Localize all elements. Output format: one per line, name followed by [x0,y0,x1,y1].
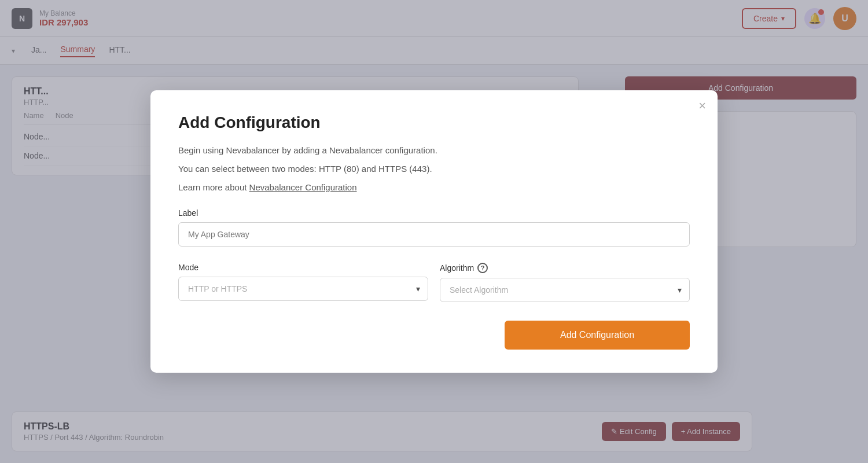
algorithm-help-icon[interactable]: ? [477,263,488,273]
nevabalancer-config-link[interactable]: Nevabalancer Configuration [249,182,357,192]
modal-close-button[interactable]: × [698,100,706,112]
modal-description-2: You can select between two modes: HTTP (… [178,162,690,176]
form-row-mode-algo: Mode HTTP or HTTPS HTTP (80) HTTPS (443)… [178,249,690,302]
modal-submit-button[interactable]: Add Configuration [505,321,690,350]
algorithm-label-text: Algorithm [440,263,474,273]
modal-desc-prefix: Learn more about [178,182,249,192]
modal-title: Add Configuration [178,113,690,132]
mode-col: Mode HTTP or HTTPS HTTP (80) HTTPS (443)… [178,249,428,302]
mode-select-wrapper: HTTP or HTTPS HTTP (80) HTTPS (443) ▾ [178,277,428,301]
label-input[interactable] [178,222,690,247]
add-configuration-modal: × Add Configuration Begin using Nevabala… [150,90,718,373]
algorithm-select-wrapper: Select Algorithm Roundrobin Leastconn So… [440,278,690,302]
modal-submit-row: Add Configuration [178,321,690,350]
algorithm-col: Algorithm ? Select Algorithm Roundrobin … [440,249,690,302]
label-field-label: Label [178,208,690,218]
modal-description-1: Begin using Nevabalancer by adding a Nev… [178,144,690,157]
modal-overlay: × Add Configuration Begin using Nevabala… [0,0,868,463]
mode-field-label: Mode [178,263,428,272]
algorithm-select[interactable]: Select Algorithm Roundrobin Leastconn So… [440,278,690,302]
mode-select[interactable]: HTTP or HTTPS HTTP (80) HTTPS (443) [178,277,428,301]
algo-label-row: Algorithm ? [440,263,690,273]
algorithm-field-label: Algorithm ? [440,263,690,273]
modal-description-3: Learn more about Nevabalancer Configurat… [178,181,690,194]
